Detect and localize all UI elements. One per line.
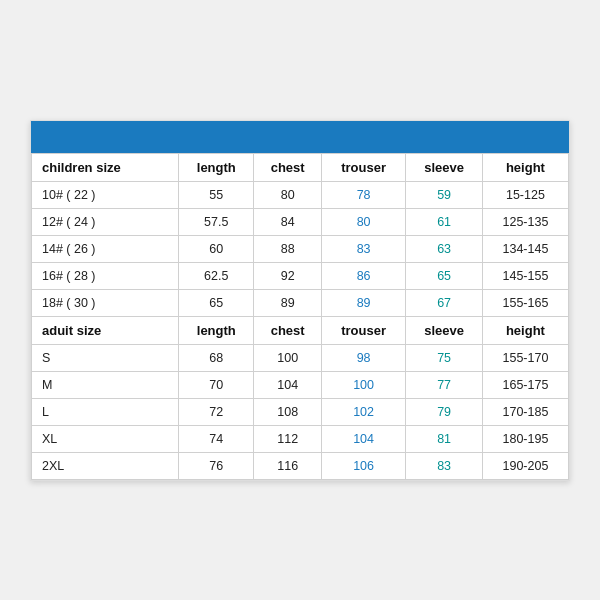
- children-header-col-0: children size: [32, 153, 179, 181]
- adult-header-col-4: sleeve: [406, 316, 483, 344]
- children-cell-2-4: 63: [406, 235, 483, 262]
- adult-header-col-2: chest: [254, 316, 321, 344]
- children-cell-2-5: 134-145: [482, 235, 568, 262]
- children-cell-3-2: 92: [254, 262, 321, 289]
- children-header-col-1: length: [179, 153, 254, 181]
- adult-cell-1-1: 70: [179, 371, 254, 398]
- adult-cell-2-4: 79: [406, 398, 483, 425]
- adult-cell-3-2: 112: [254, 425, 321, 452]
- children-cell-1-0: 12# ( 24 ): [32, 208, 179, 235]
- adult-cell-1-3: 100: [321, 371, 405, 398]
- children-cell-2-1: 60: [179, 235, 254, 262]
- adult-cell-3-0: XL: [32, 425, 179, 452]
- adult-cell-4-5: 190-205: [482, 452, 568, 479]
- children-row-2: 14# ( 26 )60888363134-145: [32, 235, 569, 262]
- adult-cell-0-0: S: [32, 344, 179, 371]
- children-header-col-3: trouser: [321, 153, 405, 181]
- adult-cell-4-3: 106: [321, 452, 405, 479]
- children-row-1: 12# ( 24 )57.5848061125-135: [32, 208, 569, 235]
- adult-cell-3-3: 104: [321, 425, 405, 452]
- adult-cell-3-4: 81: [406, 425, 483, 452]
- children-cell-0-4: 59: [406, 181, 483, 208]
- children-cell-2-2: 88: [254, 235, 321, 262]
- adult-cell-2-2: 108: [254, 398, 321, 425]
- adult-cell-4-0: 2XL: [32, 452, 179, 479]
- children-cell-3-4: 65: [406, 262, 483, 289]
- children-cell-1-1: 57.5: [179, 208, 254, 235]
- adult-cell-4-2: 116: [254, 452, 321, 479]
- children-cell-4-4: 67: [406, 289, 483, 316]
- adult-cell-0-1: 68: [179, 344, 254, 371]
- children-cell-0-2: 80: [254, 181, 321, 208]
- adult-cell-0-5: 155-170: [482, 344, 568, 371]
- adult-header-col-5: height: [482, 316, 568, 344]
- adult-cell-1-0: M: [32, 371, 179, 398]
- adult-header-col-1: length: [179, 316, 254, 344]
- adult-row-3: XL7411210481180-195: [32, 425, 569, 452]
- adult-cell-2-0: L: [32, 398, 179, 425]
- children-cell-4-5: 155-165: [482, 289, 568, 316]
- children-cell-0-5: 15-125: [482, 181, 568, 208]
- children-header-col-5: height: [482, 153, 568, 181]
- children-cell-3-3: 86: [321, 262, 405, 289]
- adult-cell-4-1: 76: [179, 452, 254, 479]
- children-cell-3-1: 62.5: [179, 262, 254, 289]
- adult-header-col-0: aduit size: [32, 316, 179, 344]
- children-header-col-4: sleeve: [406, 153, 483, 181]
- children-cell-1-4: 61: [406, 208, 483, 235]
- children-cell-0-0: 10# ( 22 ): [32, 181, 179, 208]
- children-row-3: 16# ( 28 )62.5928665145-155: [32, 262, 569, 289]
- adult-cell-1-4: 77: [406, 371, 483, 398]
- children-cell-1-2: 84: [254, 208, 321, 235]
- children-row-0: 10# ( 22 )5580785915-125: [32, 181, 569, 208]
- children-cell-3-5: 145-155: [482, 262, 568, 289]
- adult-header-col-3: trouser: [321, 316, 405, 344]
- adult-cell-2-1: 72: [179, 398, 254, 425]
- children-cell-4-0: 18# ( 30 ): [32, 289, 179, 316]
- children-cell-0-1: 55: [179, 181, 254, 208]
- adult-cell-4-4: 83: [406, 452, 483, 479]
- children-cell-4-2: 89: [254, 289, 321, 316]
- adult-row-1: M7010410077165-175: [32, 371, 569, 398]
- adult-cell-0-2: 100: [254, 344, 321, 371]
- adult-cell-1-2: 104: [254, 371, 321, 398]
- adult-cell-2-5: 170-185: [482, 398, 568, 425]
- size-table: children sizelengthchesttrousersleevehei…: [31, 153, 569, 480]
- adult-cell-3-1: 74: [179, 425, 254, 452]
- children-cell-2-3: 83: [321, 235, 405, 262]
- adult-row-2: L7210810279170-185: [32, 398, 569, 425]
- adult-row-4: 2XL7611610683190-205: [32, 452, 569, 479]
- children-cell-4-1: 65: [179, 289, 254, 316]
- children-header-col-2: chest: [254, 153, 321, 181]
- children-cell-4-3: 89: [321, 289, 405, 316]
- adult-row-0: S681009875155-170: [32, 344, 569, 371]
- adult-cell-2-3: 102: [321, 398, 405, 425]
- children-cell-3-0: 16# ( 28 ): [32, 262, 179, 289]
- adult-cell-3-5: 180-195: [482, 425, 568, 452]
- children-cell-1-5: 125-135: [482, 208, 568, 235]
- adult-cell-0-4: 75: [406, 344, 483, 371]
- size-chart-card: children sizelengthchesttrousersleevehei…: [30, 120, 570, 481]
- children-cell-0-3: 78: [321, 181, 405, 208]
- chart-title: [31, 121, 569, 153]
- children-row-4: 18# ( 30 )65898967155-165: [32, 289, 569, 316]
- children-cell-2-0: 14# ( 26 ): [32, 235, 179, 262]
- adult-cell-1-5: 165-175: [482, 371, 568, 398]
- adult-cell-0-3: 98: [321, 344, 405, 371]
- children-cell-1-3: 80: [321, 208, 405, 235]
